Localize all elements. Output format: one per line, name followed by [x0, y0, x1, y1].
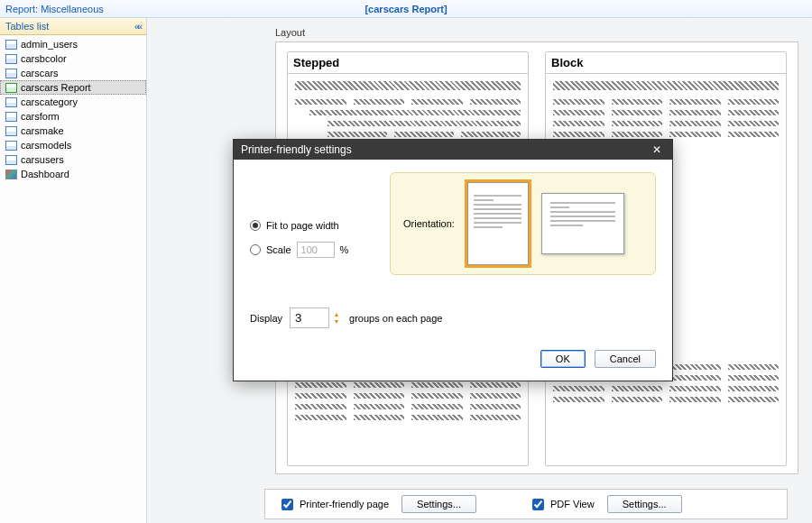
scale-radio[interactable]: Scale 100 %	[250, 242, 390, 258]
sidebar-item-label: Dashboard	[21, 169, 69, 179]
stepper-down-icon[interactable]: ▼	[331, 318, 342, 326]
sidebar-item-label: carsmake	[21, 125, 64, 136]
table-icon	[5, 126, 17, 136]
tables-tree: admin_userscarsbcolorcarscarscarscars Re…	[0, 35, 146, 183]
table-icon	[5, 54, 17, 64]
table-icon	[5, 155, 17, 165]
title-bar: Report: Miscellaneous [carscars Report]	[0, 0, 812, 18]
card-title: Block	[546, 52, 786, 74]
table-icon	[5, 97, 17, 107]
table-icon	[5, 40, 17, 50]
sidebar-item-dashboard[interactable]: Dashboard	[0, 167, 146, 181]
report-title: [carscars Report]	[272, 4, 540, 14]
sidebar-item-carsform[interactable]: carsform	[0, 109, 146, 124]
dashboard-icon	[5, 170, 17, 179]
printer-friendly-checkbox[interactable]: Printer-friendly page	[278, 496, 389, 513]
dialog-titlebar[interactable]: Printer-friendly settings ✕	[234, 140, 672, 160]
sidebar-item-label: carscars Report	[21, 82, 91, 93]
table-icon	[5, 112, 17, 122]
collapse-icon[interactable]: ««	[134, 22, 141, 32]
table-icon	[5, 83, 17, 93]
ok-button[interactable]: OK	[540, 350, 586, 368]
sidebar-item-label: carscars	[21, 68, 59, 78]
sidebar-item-carscars-report[interactable]: carscars Report	[0, 80, 146, 95]
orientation-label: Orientation:	[403, 218, 455, 229]
display-groups-stepper[interactable]: ▲ ▼	[290, 307, 342, 328]
sidebar-header[interactable]: Tables list ««	[0, 18, 146, 35]
bottom-toolbar: Printer-friendly page Settings... PDF Vi…	[264, 489, 788, 519]
sidebar-item-carscars[interactable]: carscars	[0, 66, 146, 80]
sidebar-item-label: carsform	[21, 111, 60, 122]
radio-unselected-icon	[250, 244, 261, 255]
printer-settings-dialog: Printer-friendly settings ✕ Fit to page …	[233, 139, 673, 381]
close-icon[interactable]: ✕	[649, 143, 665, 156]
display-suffix: groups on each page	[349, 313, 442, 324]
sidebar-title: Tables list	[5, 21, 49, 32]
sidebar-item-label: carsbcolor	[21, 53, 67, 64]
printer-settings-button[interactable]: Settings...	[401, 495, 476, 513]
card-title: Stepped	[288, 52, 528, 74]
report-breadcrumb: Report: Miscellaneous	[5, 4, 272, 14]
table-icon	[5, 69, 17, 78]
sidebar-item-carsbcolor[interactable]: carsbcolor	[0, 51, 146, 66]
sidebar-item-label: admin_users	[21, 39, 78, 50]
sidebar-item-admin_users[interactable]: admin_users	[0, 37, 146, 51]
pdf-view-checkbox[interactable]: PDF View	[529, 496, 595, 513]
stepper-up-icon[interactable]: ▲	[331, 311, 342, 318]
sidebar-item-carsmodels[interactable]: carsmodels	[0, 138, 146, 152]
dialog-title: Printer-friendly settings	[241, 143, 352, 156]
sidebar-item-carsusers[interactable]: carsusers	[0, 152, 146, 167]
sidebar-item-carsmake[interactable]: carsmake	[0, 124, 146, 138]
fit-to-width-radio[interactable]: Fit to page width	[250, 220, 390, 231]
cancel-button[interactable]: Cancel	[595, 350, 656, 368]
orientation-portrait[interactable]	[467, 182, 529, 265]
display-groups-input[interactable]	[290, 307, 329, 328]
orientation-landscape[interactable]	[541, 193, 624, 254]
pdf-settings-button[interactable]: Settings...	[607, 495, 682, 513]
sidebar-item-label: carscategory	[21, 96, 78, 107]
sidebar-item-carscategory[interactable]: carscategory	[0, 95, 146, 109]
layout-label: Layout	[158, 25, 801, 41]
radio-selected-icon	[250, 220, 261, 231]
sidebar: Tables list «« admin_userscarsbcolorcars…	[0, 18, 147, 523]
sidebar-item-label: carsusers	[21, 154, 64, 165]
sidebar-item-label: carsmodels	[21, 140, 71, 151]
table-icon	[5, 141, 17, 151]
scale-input[interactable]: 100	[297, 242, 335, 258]
orientation-group: Orientation:	[390, 172, 656, 275]
display-label: Display	[250, 313, 282, 324]
